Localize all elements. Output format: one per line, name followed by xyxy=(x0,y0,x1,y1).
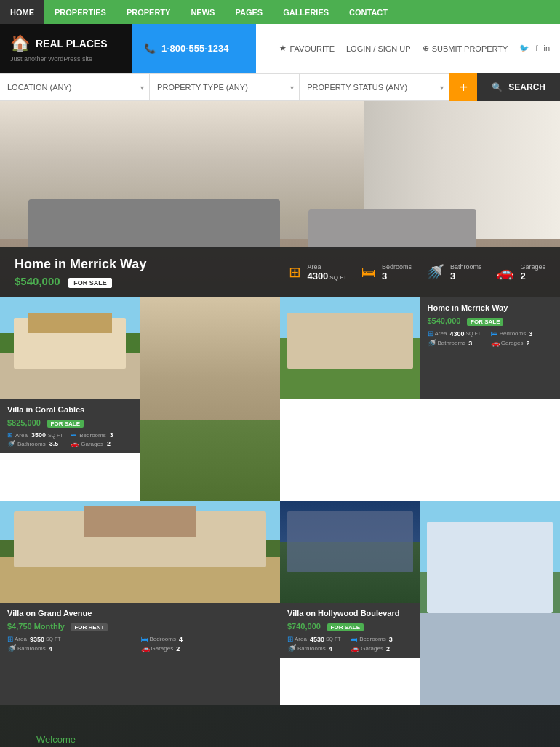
property-card-1[interactable]: Villa in Coral Gables $825,000 FOR SALE … xyxy=(0,297,140,501)
location-select[interactable]: LOCATION (ANY) xyxy=(0,74,150,100)
prop-grand-area: ⊞Area9350SQ FT xyxy=(7,635,140,643)
property-center-image xyxy=(140,297,281,501)
add-search-button[interactable]: + xyxy=(449,73,477,101)
property-status-select[interactable]: PROPERTY STATUS (ANY) xyxy=(300,74,449,100)
logo-title: REAL PLACES xyxy=(36,38,108,50)
phone-icon: 📞 xyxy=(144,43,156,54)
prop-3-name: Home in Merrick Way xyxy=(428,303,553,312)
facebook-icon[interactable]: f xyxy=(535,44,537,53)
favourite-link[interactable]: ★ FAVOURITE xyxy=(279,44,335,53)
phone-bar[interactable]: 📞 1-800-555-1234 xyxy=(132,24,256,73)
prop-3-area: ⊞Area4300SQ FT xyxy=(428,329,489,337)
linkedin-icon[interactable]: in xyxy=(543,44,550,53)
prop-3-garages: 🚗Garages2 xyxy=(491,339,553,347)
prop-grand-info: Villa on Grand Avenue $4,750 Monthly FOR… xyxy=(0,603,280,705)
hero-garages-stat: 🚗 Garages 2 xyxy=(496,263,545,281)
nav-pages[interactable]: PAGES xyxy=(225,0,273,24)
prop-hollywood-price: $740,000 xyxy=(287,622,321,631)
prop-1-info: Villa in Coral Gables $825,000 FOR SALE … xyxy=(0,399,140,453)
submit-icon: ⊕ xyxy=(423,44,429,53)
prop-hwood-beds: 🛏Bedrooms3 xyxy=(351,635,412,643)
prop-hollywood-info: Villa on Hollywood Boulevard $740,000 FO… xyxy=(280,603,420,658)
site-header: 🏠 REAL PLACES Just another WordPress sit… xyxy=(0,24,560,73)
prop-3-info: Home in Merrick Way $540,000 FOR SALE ⊞A… xyxy=(420,297,561,399)
hero-bathrooms-stat: 🚿 Bathrooms 3 xyxy=(426,263,482,281)
bed-icon: 🛏 xyxy=(361,264,376,281)
type-select-wrap: PROPERTY TYPE (ANY) ▾ xyxy=(150,74,300,100)
add-property-section: Welcome Add Your Property to Our List We… xyxy=(0,705,560,747)
prop-grand-name: Villa on Grand Avenue xyxy=(7,609,273,618)
logo-subtitle: Just another WordPress site xyxy=(10,55,122,63)
status-select-wrap: PROPERTY STATUS (ANY) ▾ xyxy=(300,74,449,100)
prop-grand-garages: 🚗Garages2 xyxy=(141,644,273,652)
property-card-hollywood[interactable]: Villa on Hollywood Boulevard $740,000 FO… xyxy=(280,501,420,705)
garage-icon: 🚗 xyxy=(496,263,514,281)
property-grid: Villa in Coral Gables $825,000 FOR SALE … xyxy=(0,297,560,501)
search-bar: LOCATION (ANY) ▾ PROPERTY TYPE (ANY) ▾ P… xyxy=(0,73,560,101)
area-icon: ⊞ xyxy=(289,263,301,281)
nav-home[interactable]: HOME xyxy=(0,0,44,24)
star-icon: ★ xyxy=(279,44,287,53)
twitter-icon[interactable]: 🐦 xyxy=(519,44,529,53)
prop-grand-badge: FOR RENT xyxy=(71,623,108,631)
logo-icon: 🏠 xyxy=(10,34,30,53)
prop-1-area: ⊞Area3500SQ FT xyxy=(7,431,69,439)
hero-overlay: Home in Merrick Way $540,000 FOR SALE ⊞ … xyxy=(0,247,560,297)
prop-1-name: Villa in Coral Gables xyxy=(7,405,133,414)
property-card-3[interactable]: Home in Merrick Way $540,000 FOR SALE ⊞A… xyxy=(280,297,560,501)
property-card-grand[interactable]: Villa on Grand Avenue $4,750 Monthly FOR… xyxy=(0,501,280,705)
top-nav: HOME PROPERTIES PROPERTY NEWS PAGES GALL… xyxy=(0,0,560,24)
bath-icon: 🚿 xyxy=(426,263,444,281)
hero-badge: FOR SALE xyxy=(68,278,112,288)
nav-property[interactable]: PROPERTY xyxy=(116,0,181,24)
nav-properties[interactable]: PROPERTIES xyxy=(44,0,116,24)
search-label: SEARCH xyxy=(508,82,545,92)
prop-1-beds: 🛏Bedrooms3 xyxy=(71,431,132,439)
prop-hwood-area: ⊞Area4530SQ FT xyxy=(287,635,349,643)
hero-price: $540,000 xyxy=(15,275,60,287)
login-link[interactable]: LOGIN / SIGN UP xyxy=(346,44,411,53)
phone-number: 1-800-555-1234 xyxy=(161,43,229,54)
prop-hwood-garages: 🚗Garages2 xyxy=(351,644,412,652)
prop-3-badge: FOR SALE xyxy=(467,318,503,326)
prop-3-price: $540,000 xyxy=(428,316,461,325)
header-right: ★ FAVOURITE LOGIN / SIGN UP ⊕ SUBMIT PRO… xyxy=(256,44,560,53)
prop-1-garages: 🚗Garages2 xyxy=(71,440,132,447)
nav-contact[interactable]: CONTACT xyxy=(339,0,398,24)
search-icon: 🔍 xyxy=(492,82,503,92)
logo-area: 🏠 REAL PLACES Just another WordPress sit… xyxy=(0,24,132,73)
nav-news[interactable]: NEWS xyxy=(180,0,225,24)
property-card-last xyxy=(420,501,561,705)
prop-hollywood-badge: FOR SALE xyxy=(327,623,364,631)
nav-galleries[interactable]: GALLERIES xyxy=(273,0,339,24)
prop-1-baths: 🚿Bathrooms3.5 xyxy=(7,440,69,447)
prop-hwood-baths: 🚿Bathrooms4 xyxy=(287,644,349,652)
submit-property-link[interactable]: ⊕ SUBMIT PROPERTY xyxy=(423,44,508,53)
add-prop-welcome: Welcome xyxy=(36,734,524,745)
prop-hollywood-name: Villa on Hollywood Boulevard xyxy=(287,609,413,618)
hero-area-stat: ⊞ Area 4300SQ FT xyxy=(289,263,346,281)
prop-grand-beds: 🛏Bedrooms4 xyxy=(141,635,273,643)
hero-title: Home in Merrick Way xyxy=(15,257,146,272)
prop-1-badge: FOR SALE xyxy=(47,420,84,428)
search-button[interactable]: 🔍 SEARCH xyxy=(477,73,560,101)
property-grid-row2: Villa on Grand Avenue $4,750 Monthly FOR… xyxy=(0,501,560,705)
social-icons: 🐦 f in xyxy=(519,44,550,53)
prop-1-price: $825,000 xyxy=(7,418,41,427)
prop-grand-baths: 🚿Bathrooms4 xyxy=(7,644,140,652)
prop-grand-price: $4,750 Monthly xyxy=(7,622,65,631)
property-type-select[interactable]: PROPERTY TYPE (ANY) xyxy=(150,74,300,100)
hero-section: Home in Merrick Way $540,000 FOR SALE ⊞ … xyxy=(0,101,560,297)
location-select-wrap: LOCATION (ANY) ▾ xyxy=(0,74,150,100)
hero-bedrooms-stat: 🛏 Bedrooms 3 xyxy=(361,263,412,281)
prop-3-baths: 🚿Bathrooms3 xyxy=(428,339,489,347)
prop-3-beds: 🛏Bedrooms3 xyxy=(491,329,553,337)
